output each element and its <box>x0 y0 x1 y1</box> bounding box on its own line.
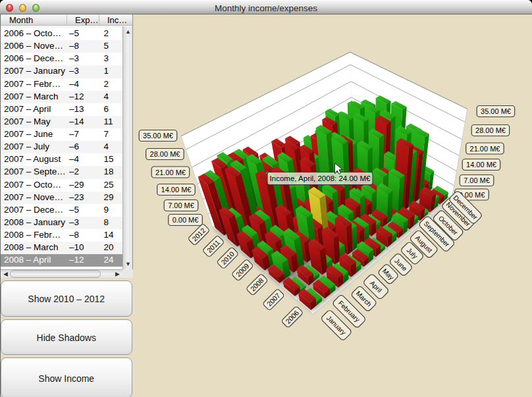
svg-text:7.00 M€: 7.00 M€ <box>464 176 490 184</box>
svg-text:14.00 M€: 14.00 M€ <box>466 161 496 169</box>
svg-text:35.00 M€: 35.00 M€ <box>481 107 511 115</box>
svg-text:14.00 M€: 14.00 M€ <box>161 186 192 194</box>
svg-text:28.00 M€: 28.00 M€ <box>150 150 180 158</box>
svg-text:Income, April, 2008: 24.00 M€: Income, April, 2008: 24.00 M€ <box>270 174 371 182</box>
svg-text:21.00 M€: 21.00 M€ <box>470 145 500 153</box>
svg-text:21.00 M€: 21.00 M€ <box>155 169 186 176</box>
svg-text:28.00 M€: 28.00 M€ <box>475 126 506 134</box>
svg-text:7.00 M€: 7.00 M€ <box>168 201 194 209</box>
svg-text:35.00 M€: 35.00 M€ <box>143 132 173 140</box>
svg-text:0.00 M€: 0.00 M€ <box>173 216 199 224</box>
